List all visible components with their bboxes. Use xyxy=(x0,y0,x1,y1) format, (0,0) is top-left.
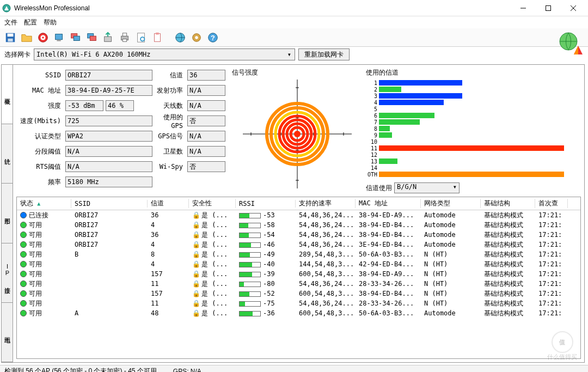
print-icon[interactable] xyxy=(118,31,132,45)
channel-mode-select[interactable]: B/G/N xyxy=(394,182,460,193)
channel-bar-row: 14 xyxy=(366,164,581,171)
status-dot-icon xyxy=(20,300,27,307)
frag-field[interactable]: N/A xyxy=(65,146,152,157)
mac-field[interactable]: 38-94-ED-A9-25-7E xyxy=(65,85,152,96)
ant-label: 天线数 xyxy=(155,101,185,111)
clipboard-icon[interactable] xyxy=(150,31,164,45)
strength-dbm-field[interactable]: -53 dBm xyxy=(65,100,103,111)
col-channel[interactable]: 信道 xyxy=(148,199,189,208)
channel-bar-row: 10 xyxy=(366,138,581,145)
lock-icon: 🔒 xyxy=(192,309,200,317)
status-dot-icon xyxy=(20,271,27,277)
table-row[interactable]: 可用A48🔒是 (...-36600,54,48,3...50-6A-03-B3… xyxy=(17,308,580,318)
gear-icon[interactable] xyxy=(189,31,204,45)
tab-ip[interactable]: IP 连接 xyxy=(2,243,13,303)
strength-pct-field[interactable]: 46 % xyxy=(106,100,134,111)
table-row[interactable]: 可用ORBI274🔒是 (...-4654,48,36,24...3E-94-E… xyxy=(17,240,580,249)
rts-field[interactable]: N/A xyxy=(65,161,152,172)
col-status[interactable]: 状态 ▲ xyxy=(17,199,71,208)
tab-stats[interactable]: 统计 xyxy=(2,124,13,184)
preview-icon[interactable] xyxy=(134,31,148,45)
status-gps: GPS: N/A xyxy=(173,368,201,373)
tab-summary[interactable]: 概要 xyxy=(2,65,13,124)
col-ssid[interactable]: SSID xyxy=(71,200,148,208)
channel-bar-row: 4 xyxy=(366,99,581,106)
channel-label: 13 xyxy=(366,158,379,164)
table-row[interactable]: 可用ORBI2736🔒是 (...-5454,48,36,24...38-94-… xyxy=(17,230,580,240)
statusbar: 检测到 56 个AP (56 个加密 - 0 个未加密) - 45 个可用 GP… xyxy=(0,365,588,372)
close-button[interactable] xyxy=(561,0,586,16)
table-row[interactable]: 可用157🔒是 (...-39600,54,48,3...38-94-ED-A9… xyxy=(17,269,580,279)
titlebar: WirelessMon Professional xyxy=(0,0,588,16)
channel-label: 14 xyxy=(366,165,379,171)
svg-point-52 xyxy=(294,131,301,137)
menu-help[interactable]: 帮助 xyxy=(44,18,57,27)
channels-chart: 1234567891011121314OTH xyxy=(366,80,581,181)
channel-bar-row: 1 xyxy=(366,80,581,86)
lock-icon: 🔒 xyxy=(192,290,200,297)
save-icon[interactable] xyxy=(3,31,17,45)
sort-asc-icon: ▲ xyxy=(37,200,40,206)
status-dot-icon xyxy=(20,231,27,238)
table-row[interactable]: 可用ORBI274🔒是 (...-5854,48,36,24...38-94-E… xyxy=(17,220,580,230)
channel-bar xyxy=(379,113,434,118)
ssid-field[interactable]: ORBI27 xyxy=(65,70,152,81)
menu-config[interactable]: 配置 xyxy=(24,18,37,27)
mac-label: MAC 地址 xyxy=(16,86,63,95)
grid-body[interactable]: 已连接ORBI2736🔒是 (...-5354,48,36,24...38-94… xyxy=(17,210,580,358)
lock-icon: 🔒 xyxy=(192,231,200,239)
channel-label: 10 xyxy=(366,139,379,145)
channel-label: OTH xyxy=(366,172,379,178)
col-mac[interactable]: MAC 地址 xyxy=(356,199,421,208)
chan-field[interactable]: 36 xyxy=(187,70,225,81)
channel-label: 7 xyxy=(366,119,379,125)
channel-label: 3 xyxy=(366,93,379,99)
col-rates[interactable]: 支持的速率 xyxy=(296,199,356,208)
pc2-icon[interactable] xyxy=(69,31,83,45)
table-row[interactable]: 可用11🔒是 (...-8054,48,36,24...28-33-34-26.… xyxy=(17,279,580,289)
col-firstseen[interactable]: 首次查 xyxy=(535,199,568,208)
table-row[interactable]: 可用157🔒是 (...-52600,54,48,3...38-94-ED-B4… xyxy=(17,289,580,298)
sat-field[interactable]: N/A xyxy=(187,146,225,157)
menu-file[interactable]: 文件 xyxy=(4,18,17,27)
rssi-bar xyxy=(239,242,261,248)
col-nettype[interactable]: 网络类型 xyxy=(421,199,481,208)
nic-select[interactable]: Intel(R) Wi-Fi 6 AX200 160MHz xyxy=(34,48,295,60)
gps-field[interactable]: 否 xyxy=(187,115,225,126)
svg-rect-14 xyxy=(74,36,79,40)
export-icon[interactable] xyxy=(101,31,115,45)
gpssig-field[interactable]: N/A xyxy=(187,131,225,142)
pc1-icon[interactable] xyxy=(52,31,66,45)
world-icon[interactable] xyxy=(173,31,187,45)
table-row[interactable]: 可用B8🔒是 (...-49289,54,48,3...50-6A-03-B3.… xyxy=(17,249,580,259)
svg-rect-20 xyxy=(122,39,126,41)
rssi-bar xyxy=(239,311,261,316)
txpower-field[interactable]: N/A xyxy=(187,85,225,96)
pc3-icon[interactable] xyxy=(85,31,99,45)
wispy-field[interactable]: 否 xyxy=(187,161,225,172)
maximize-button[interactable] xyxy=(536,0,561,16)
auth-field[interactable]: WPA2 xyxy=(65,131,152,142)
target-icon[interactable] xyxy=(36,31,50,45)
freq-field[interactable]: 5180 MHz xyxy=(65,176,152,187)
minimize-button[interactable] xyxy=(511,0,536,16)
table-row[interactable]: 已连接ORBI2736🔒是 (...-5354,48,36,24...38-94… xyxy=(17,210,580,220)
svg-point-27 xyxy=(195,36,198,39)
help-icon[interactable]: ? xyxy=(206,31,220,45)
ssid-label: SSID xyxy=(16,71,63,79)
reload-nic-button[interactable]: 重新加载网卡 xyxy=(298,48,350,60)
rssi-bar xyxy=(239,213,261,218)
tab-map[interactable]: 地图 xyxy=(2,303,13,362)
ant-field[interactable]: N/A xyxy=(187,100,225,111)
rssi-bar xyxy=(239,223,261,228)
folder-icon[interactable] xyxy=(20,31,34,45)
table-row[interactable]: 可用4🔒是 (...-40144,54,48,3...42-94-ED-B4..… xyxy=(17,259,580,269)
lock-icon: 🔒 xyxy=(192,241,200,248)
channel-bar-row: 6 xyxy=(366,112,581,119)
speed-field[interactable]: 725 xyxy=(65,115,152,126)
col-infra[interactable]: 基础结构 xyxy=(481,199,535,208)
table-row[interactable]: 可用11🔒是 (...-7554,48,36,24...28-33-34-26.… xyxy=(17,298,580,308)
tab-graph[interactable]: 图形 xyxy=(2,184,13,243)
col-security[interactable]: 安全性 xyxy=(189,199,236,208)
col-rssi[interactable]: RSSI xyxy=(236,200,296,208)
